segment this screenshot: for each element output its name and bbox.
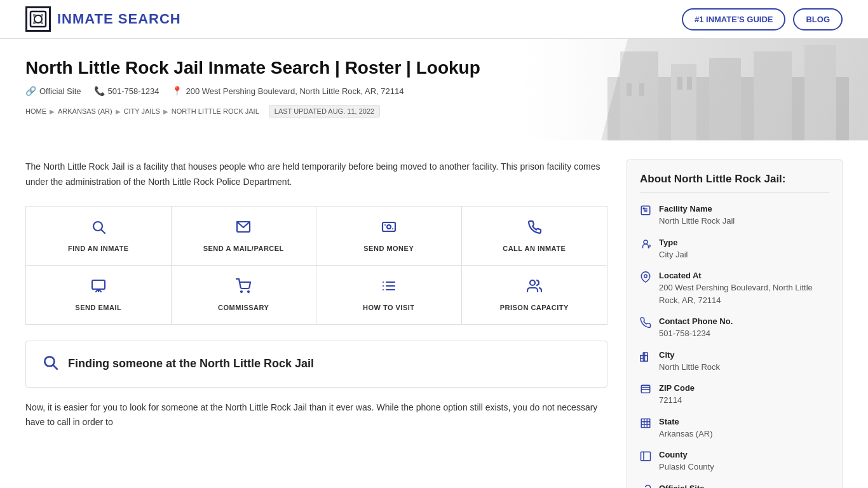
svg-point-33 xyxy=(530,280,535,285)
phone-row: Contact Phone No. 501-758-1234 xyxy=(640,316,829,340)
about-title: About North Little Rock Jail: xyxy=(640,173,829,193)
zip-icon xyxy=(640,384,651,398)
zip-row: ZIP Code 72114 xyxy=(640,383,829,407)
phone-icon-small: 📞 xyxy=(94,86,105,96)
type-content: Type City Jail xyxy=(659,238,829,261)
updated-badge: LAST UPDATED AUG. 11, 2022 xyxy=(269,105,380,118)
hero-section: North Little Rock Jail Inmate Search | R… xyxy=(0,39,868,140)
city-content: City North Little Rock xyxy=(659,350,829,374)
send-mail-label: SEND A MAIL/PARCEL xyxy=(203,245,284,252)
breadcrumb: HOME ▶ ARKANSAS (AR) ▶ CITY JAILS ▶ NORT… xyxy=(25,105,843,118)
facility-name-content: Facility Name North Little Rock Jail xyxy=(659,204,829,227)
type-icon xyxy=(640,238,651,252)
header: INMATE SEARCH #1 INMATE'S GUIDE BLOG xyxy=(0,0,868,39)
breadcrumb-sep2: ▶ xyxy=(116,108,121,115)
search-icon xyxy=(91,219,106,238)
address-meta: 📍 200 West Pershing Boulevard, North Lit… xyxy=(172,86,403,96)
action-grid: FIND AN INMATE SEND A MAIL/PARCEL xyxy=(25,206,607,325)
official-site-content: Official Site xyxy=(659,484,829,489)
action-send-email[interactable]: SEND EMAIL xyxy=(26,266,172,324)
phone-icon xyxy=(527,219,542,238)
breadcrumb-category[interactable]: CITY JAILS xyxy=(124,107,160,115)
description-text: The North Little Rock Jail is a facility… xyxy=(25,159,607,190)
breadcrumb-home[interactable]: HOME xyxy=(25,107,46,115)
state-content: State Arkansas (AR) xyxy=(659,417,829,440)
money-icon xyxy=(381,219,397,238)
header-nav: #1 INMATE'S GUIDE BLOG xyxy=(682,8,843,30)
svg-rect-4 xyxy=(33,22,36,24)
svg-rect-0 xyxy=(31,11,46,27)
action-how-to-visit[interactable]: HOW TO VISIT xyxy=(316,266,462,324)
type-row: Type City Jail xyxy=(640,238,829,261)
breadcrumb-state[interactable]: ARKANSAS (AR) xyxy=(58,107,112,115)
county-row: County Pulaski County xyxy=(640,450,829,473)
svg-rect-23 xyxy=(92,280,105,289)
location-icon-small: 📍 xyxy=(172,86,182,96)
action-commissary[interactable]: COMMISSARY xyxy=(172,266,317,324)
svg-point-39 xyxy=(644,274,648,278)
body-text: Now, it is easier for you to look for so… xyxy=(25,400,607,431)
located-at-content: Located At 200 West Pershing Boulevard, … xyxy=(659,271,829,306)
county-content: County Pulaski County xyxy=(659,450,829,473)
svg-rect-41 xyxy=(643,353,648,362)
find-inmate-label: FIND AN INMATE xyxy=(68,245,129,252)
email-icon xyxy=(91,278,106,297)
main-container: The North Little Rock Jail is a facility… xyxy=(0,140,868,488)
visit-icon xyxy=(381,278,397,297)
commissary-label: COMMISSARY xyxy=(218,304,269,311)
send-email-label: SEND EMAIL xyxy=(75,304,121,311)
located-at-row: Located At 200 West Pershing Boulevard, … xyxy=(640,271,829,306)
location-icon xyxy=(640,271,651,285)
contact-phone-icon xyxy=(640,317,651,331)
svg-point-38 xyxy=(644,240,648,244)
mail-icon xyxy=(236,219,251,238)
logo-area: INMATE SEARCH xyxy=(25,6,181,32)
svg-point-20 xyxy=(387,225,391,229)
svg-rect-19 xyxy=(383,222,395,231)
county-icon xyxy=(640,451,651,464)
svg-rect-5 xyxy=(41,22,43,24)
action-send-mail[interactable]: SEND A MAIL/PARCEL xyxy=(172,207,317,266)
breadcrumb-sep1: ▶ xyxy=(50,108,55,115)
action-call-inmate[interactable]: CALL AN INMATE xyxy=(462,207,607,266)
prison-capacity-label: PRISON CAPACITY xyxy=(500,304,569,311)
official-site-icon xyxy=(640,484,651,489)
how-to-visit-label: HOW TO VISIT xyxy=(363,304,415,311)
city-icon xyxy=(640,351,651,365)
send-money-label: SEND MONEY xyxy=(363,245,414,252)
about-box: About North Little Rock Jail: Facility N… xyxy=(627,159,843,488)
action-find-inmate[interactable]: FIND AN INMATE xyxy=(26,207,172,266)
hero-meta: 🔗 Official Site 📞 501-758-1234 📍 200 Wes… xyxy=(25,86,843,96)
inmates-guide-button[interactable]: #1 INMATE'S GUIDE xyxy=(682,8,785,30)
breadcrumb-current: NORTH LITTLE ROCK JAIL xyxy=(172,107,259,115)
logo-icon xyxy=(25,6,51,32)
logo-text: INMATE SEARCH xyxy=(57,11,181,27)
state-row: State Arkansas (AR) xyxy=(640,417,829,440)
official-site-row: Official Site xyxy=(640,484,829,489)
action-send-money[interactable]: SEND MONEY xyxy=(316,207,462,266)
link-icon: 🔗 xyxy=(25,86,36,96)
facility-name-row: Facility Name North Little Rock Jail xyxy=(640,204,829,227)
capacity-icon xyxy=(527,278,542,297)
page-title: North Little Rock Jail Inmate Search | R… xyxy=(25,58,843,78)
svg-line-35 xyxy=(53,365,57,369)
find-section: Finding someone at the North Little Rock… xyxy=(25,341,607,388)
svg-rect-37 xyxy=(643,208,644,209)
svg-rect-2 xyxy=(33,14,36,17)
svg-point-25 xyxy=(241,291,242,292)
svg-line-17 xyxy=(101,229,105,233)
action-prison-capacity[interactable]: PRISON CAPACITY xyxy=(462,266,607,324)
cart-icon xyxy=(236,278,251,297)
city-row: City North Little Rock xyxy=(640,350,829,374)
breadcrumb-sep3: ▶ xyxy=(163,108,168,115)
official-site-link[interactable]: 🔗 Official Site xyxy=(25,86,81,96)
sidebar: About North Little Rock Jail: Facility N… xyxy=(627,159,843,488)
svg-rect-45 xyxy=(641,452,651,461)
blog-button[interactable]: BLOG xyxy=(793,8,843,30)
phone-meta: 📞 501-758-1234 xyxy=(94,86,159,96)
state-icon xyxy=(640,417,651,431)
find-search-icon xyxy=(42,354,58,374)
facility-icon xyxy=(640,205,651,219)
call-inmate-label: CALL AN INMATE xyxy=(503,245,566,252)
zip-content: ZIP Code 72114 xyxy=(659,383,829,407)
